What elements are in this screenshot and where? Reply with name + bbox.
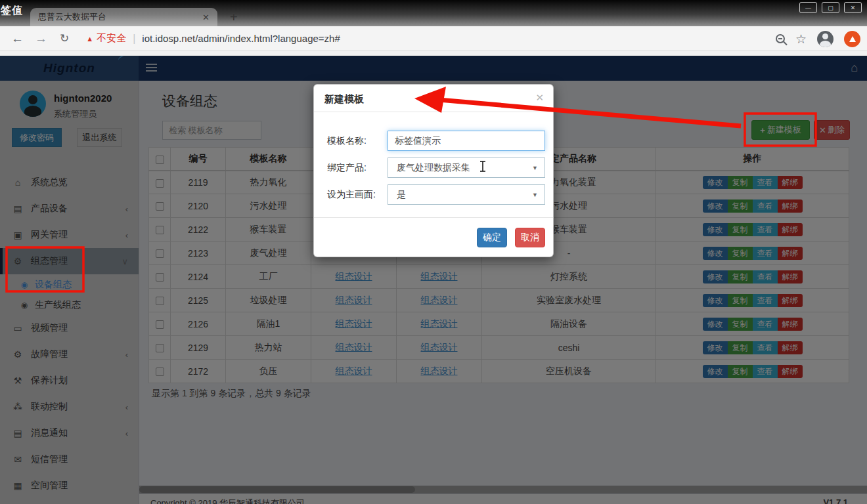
browser-toolbar: ← → ↻ ▲ 不安全 | iot.idosp.net/admin/index.…: [0, 26, 867, 51]
modal-header: 新建模板 ✕: [314, 85, 553, 112]
new-template-modal: 新建模板 ✕ 模板名称: 绑定产品: 废气处理数据采集 ▼ 设为主画面: 是 ▼: [313, 84, 554, 257]
maximize-icon[interactable]: ▢: [822, 2, 839, 13]
browser-profile-icon[interactable]: [817, 31, 834, 47]
cancel-button[interactable]: 取消: [515, 228, 545, 247]
template-name-row: 模板名称:: [314, 131, 553, 151]
security-warning-text: 不安全: [97, 32, 126, 45]
new-tab-icon[interactable]: +: [230, 10, 238, 24]
main-screen-label: 设为主画面:: [327, 184, 376, 205]
security-warning-icon[interactable]: ▲: [86, 35, 93, 43]
modal-close-icon[interactable]: ✕: [535, 92, 544, 104]
bookmark-star-icon[interactable]: ☆: [795, 32, 807, 47]
tab-close-icon[interactable]: ✕: [202, 12, 210, 22]
forward-icon[interactable]: →: [35, 32, 47, 46]
screen: Hignton ⌂ hignton2020 系统管理员 修改密码 退出系统 ⌂系…: [0, 0, 867, 504]
template-name-label: 模板名称:: [327, 131, 367, 151]
bookmarks-bar: [0, 51, 867, 56]
bind-product-row: 绑定产品: 废气处理数据采集 ▼: [314, 158, 553, 178]
modal-footer-divider: [314, 217, 553, 218]
zoom-out-icon[interactable]: [776, 34, 785, 43]
omnibox-separator: |: [133, 33, 135, 45]
main-screen-row: 设为主画面: 是 ▼: [314, 184, 553, 205]
browser-extension-icon[interactable]: [844, 31, 860, 47]
template-name-input[interactable]: [388, 131, 545, 151]
close-window-icon[interactable]: ✕: [844, 2, 862, 13]
bind-product-label: 绑定产品:: [327, 158, 367, 178]
bind-product-select[interactable]: 废气处理数据采集 ▼: [388, 158, 545, 178]
url-text[interactable]: iot.idosp.net/admin/index.html?language=…: [142, 33, 340, 44]
main-screen-select[interactable]: 是 ▼: [388, 184, 545, 205]
browser-tab[interactable]: 思普云大数据平台 ✕: [30, 8, 217, 26]
browser-titlebar: 签值 思普云大数据平台 ✕ + — ▢ ✕: [0, 0, 867, 26]
caret-down-icon: ▼: [532, 165, 538, 171]
modal-title: 新建模板: [324, 93, 364, 106]
caret-down-icon: ▼: [532, 192, 538, 198]
reload-icon[interactable]: ↻: [60, 32, 69, 45]
confirm-button[interactable]: 确定: [477, 228, 507, 247]
minimize-icon[interactable]: —: [799, 2, 817, 13]
back-icon[interactable]: ←: [11, 32, 24, 46]
corner-overlay-label: 签值: [1, 4, 23, 18]
tab-title: 思普云大数据平台: [38, 11, 197, 23]
